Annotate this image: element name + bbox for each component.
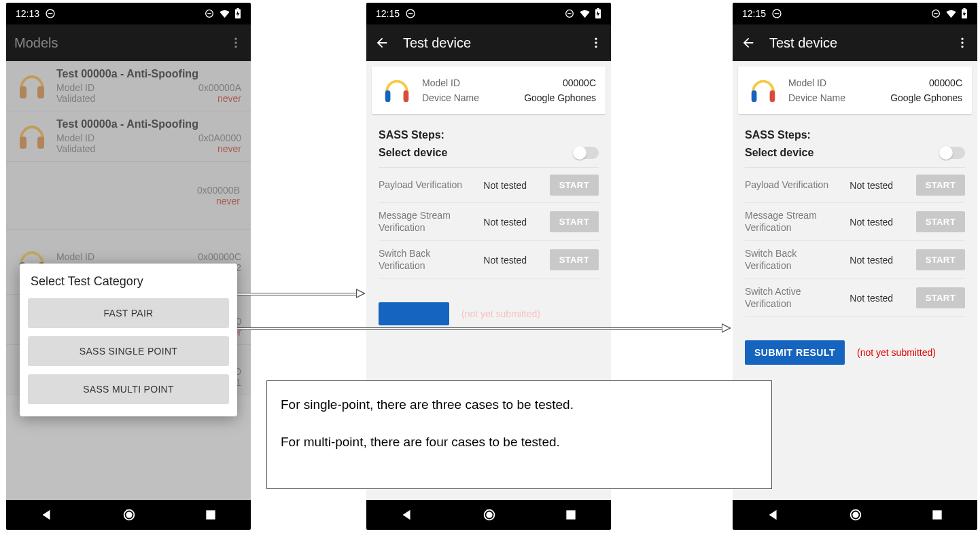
nav-home-icon[interactable] bbox=[122, 507, 137, 522]
submit-result-button[interactable] bbox=[379, 302, 449, 325]
page-title: Models bbox=[14, 35, 58, 51]
steps-list: Payload Verification Not tested START Me… bbox=[379, 167, 599, 279]
start-button[interactable]: START bbox=[916, 175, 965, 196]
svg-point-5 bbox=[234, 41, 237, 43]
circle-minus-icon bbox=[564, 8, 575, 19]
phone-screenshot-1: 12:13 Models Test 00000a - Anti-Spoofing… bbox=[6, 3, 251, 530]
nav-bar bbox=[733, 500, 977, 530]
nav-back-icon[interactable] bbox=[39, 507, 54, 522]
battery-icon bbox=[961, 8, 968, 19]
svg-point-31 bbox=[487, 512, 491, 517]
start-button[interactable]: START bbox=[550, 211, 599, 232]
submit-row: (not yet submitted) bbox=[379, 302, 599, 325]
caption-line-2: For multi-point, there are four cases to… bbox=[281, 433, 758, 452]
wifi-icon bbox=[219, 8, 230, 20]
sass-steps-heading: SASS Steps: bbox=[745, 129, 965, 141]
more-menu-icon[interactable] bbox=[229, 36, 243, 50]
start-button[interactable]: START bbox=[916, 287, 965, 308]
model-list-item[interactable]: Test 00000a - Anti-Spoofing Model ID0x0A… bbox=[6, 111, 251, 162]
steps-list: Payload Verification Not tested START Me… bbox=[745, 167, 965, 317]
svg-rect-24 bbox=[597, 8, 599, 10]
nav-recent-icon[interactable] bbox=[204, 508, 217, 522]
start-button[interactable]: START bbox=[916, 249, 965, 270]
wifi-icon bbox=[579, 8, 591, 20]
select-device-row: Select device bbox=[379, 147, 599, 159]
start-button[interactable]: START bbox=[916, 211, 965, 232]
svg-point-27 bbox=[595, 46, 597, 48]
sass-single-point-button[interactable]: SASS SINGLE POINT bbox=[28, 336, 229, 366]
sass-multi-point-button[interactable]: SASS MULTI POINT bbox=[28, 374, 229, 404]
nav-home-icon[interactable] bbox=[848, 507, 863, 522]
step-row: Payload Verification Not tested START bbox=[379, 167, 599, 202]
headphones-icon bbox=[748, 75, 779, 106]
submit-result-button[interactable]: SUBMIT RESULT bbox=[745, 340, 845, 365]
status-bar: 12:15 bbox=[733, 3, 977, 24]
headphones-icon bbox=[16, 120, 48, 153]
more-menu-icon[interactable] bbox=[956, 36, 969, 50]
svg-rect-32 bbox=[566, 510, 575, 519]
status-time: 12:13 bbox=[16, 8, 39, 19]
device-info-card: Model ID00000C Device NameGoogle Gphones bbox=[738, 67, 972, 114]
annotation-caption: For single-point, there are three cases … bbox=[266, 380, 772, 489]
back-arrow-icon[interactable] bbox=[374, 35, 389, 50]
select-test-category-dialog: Select Test Category FAST PAIR SASS SING… bbox=[20, 264, 237, 416]
app-bar: Test device bbox=[733, 24, 977, 61]
submit-row: SUBMIT RESULT (not yet submitted) bbox=[745, 340, 965, 365]
circle-minus-icon bbox=[930, 8, 941, 19]
headphones-icon bbox=[16, 70, 48, 103]
battery-icon bbox=[595, 8, 601, 19]
svg-rect-9 bbox=[20, 137, 27, 149]
status-time: 12:15 bbox=[742, 8, 766, 19]
select-device-switch[interactable] bbox=[941, 147, 965, 159]
model-title: Test 00000a - Anti-Spoofing bbox=[56, 68, 241, 80]
select-device-switch[interactable] bbox=[574, 147, 599, 159]
app-bar: Test device bbox=[366, 24, 611, 61]
svg-point-4 bbox=[234, 38, 237, 40]
nav-bar bbox=[6, 500, 251, 530]
nav-recent-icon[interactable] bbox=[564, 508, 578, 522]
nav-back-icon[interactable] bbox=[766, 507, 781, 522]
headphones-icon bbox=[381, 75, 413, 106]
start-button[interactable]: START bbox=[550, 249, 599, 270]
svg-rect-7 bbox=[20, 86, 27, 98]
dnd-icon bbox=[45, 8, 56, 19]
status-bar: 12:15 bbox=[366, 3, 611, 24]
submit-note: (not yet submitted) bbox=[857, 347, 936, 358]
nav-back-icon[interactable] bbox=[400, 507, 415, 522]
svg-point-38 bbox=[961, 41, 963, 43]
model-list-item[interactable]: Test 00000a - Anti-Spoofing Model ID0x00… bbox=[6, 61, 251, 111]
svg-point-6 bbox=[234, 46, 237, 48]
submit-note: (not yet submitted) bbox=[461, 308, 540, 319]
more-menu-icon[interactable] bbox=[589, 36, 603, 50]
step-row: Message Stream Verification Not tested S… bbox=[379, 202, 599, 240]
fast-pair-button[interactable]: FAST PAIR bbox=[28, 298, 229, 328]
device-info-card: Model ID00000C Device NameGoogle Gphones bbox=[372, 67, 606, 114]
nav-bar bbox=[366, 500, 611, 530]
back-arrow-icon[interactable] bbox=[741, 35, 756, 50]
model-list-item[interactable]: 0x00000B never bbox=[6, 162, 251, 230]
svg-point-39 bbox=[961, 46, 963, 48]
start-button[interactable]: START bbox=[550, 175, 599, 196]
dnd-icon bbox=[405, 8, 416, 19]
dialog-title: Select Test Category bbox=[31, 274, 226, 289]
status-bar: 12:13 bbox=[6, 3, 251, 24]
step-row: Message Stream Verification Not tested S… bbox=[745, 202, 965, 240]
svg-rect-41 bbox=[770, 90, 775, 102]
model-title: Test 00000a - Anti-Spoofing bbox=[56, 118, 241, 130]
step-row: Switch Back Verification Not tested STAR… bbox=[745, 240, 965, 278]
app-bar: Models bbox=[6, 24, 251, 61]
step-row: Switch Active Verification Not tested ST… bbox=[745, 278, 965, 317]
select-device-label: Select device bbox=[379, 147, 447, 159]
svg-rect-3 bbox=[237, 8, 239, 10]
step-row: Payload Verification Not tested START bbox=[745, 167, 965, 202]
battery-icon bbox=[234, 8, 241, 19]
svg-rect-40 bbox=[752, 90, 757, 102]
select-device-label: Select device bbox=[745, 147, 813, 159]
nav-home-icon[interactable] bbox=[482, 507, 497, 522]
wifi-icon bbox=[945, 8, 957, 20]
step-row: Switch Back Verification Not tested STAR… bbox=[379, 240, 599, 278]
sass-steps-heading: SASS Steps: bbox=[379, 129, 599, 141]
nav-recent-icon[interactable] bbox=[930, 508, 944, 522]
svg-point-25 bbox=[595, 38, 597, 40]
svg-point-43 bbox=[853, 512, 858, 517]
